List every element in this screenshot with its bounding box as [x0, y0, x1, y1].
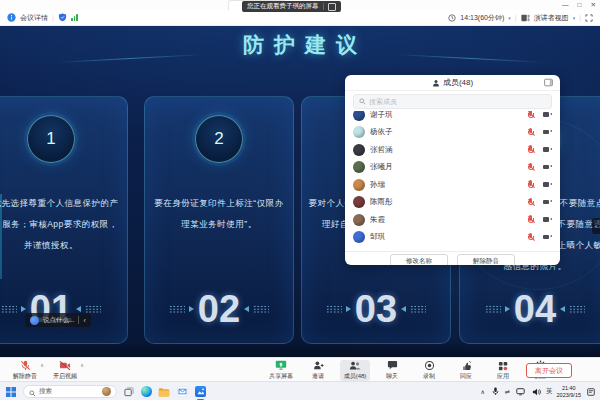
reactions-control[interactable]: 回应: [451, 360, 481, 381]
close-button[interactable]: ✕: [591, 1, 596, 9]
member-name: 张哲涵: [370, 145, 522, 155]
unmute-control[interactable]: 解除静音 ∧: [6, 360, 44, 381]
member-row[interactable]: 陈雨彤: [353, 194, 552, 212]
separator: |: [52, 14, 54, 21]
invite-person-icon: [313, 360, 324, 371]
tray-display-icon[interactable]: [514, 386, 526, 398]
member-name: 陈雨彤: [370, 197, 522, 207]
avatar: [353, 161, 365, 173]
unmute-button[interactable]: 解除静音: [457, 254, 515, 265]
member-row[interactable]: 孙瑞: [353, 176, 552, 194]
network-signal-icon[interactable]: [71, 14, 78, 21]
meeting-timer[interactable]: 14:13(60分钟): [460, 13, 504, 23]
chat-placeholder[interactable]: 说点什么...: [43, 316, 74, 325]
maximize-button[interactable]: □: [578, 1, 582, 9]
tray-mic-icon[interactable]: [489, 386, 501, 398]
mic-muted-icon: [20, 360, 31, 371]
mic-muted-icon[interactable]: [527, 128, 534, 137]
record-control[interactable]: 录制: [414, 360, 444, 381]
member-list[interactable]: 谢子琪 杨依子 张哲涵 张曦月: [345, 111, 560, 251]
system-tray: ∧ ⇄ 英 21:40 2023/9/15: [481, 382, 597, 400]
reaction-hand-icon: [461, 360, 472, 371]
rename-button[interactable]: 修改名称: [390, 254, 448, 265]
camera-off-icon[interactable]: [543, 129, 552, 136]
avatar: [353, 126, 365, 138]
members-icon: [349, 360, 361, 371]
separator: [78, 316, 79, 324]
mic-muted-icon[interactable]: [527, 180, 534, 189]
info-icon[interactable]: [7, 12, 16, 23]
panel-header: 成员(48): [345, 75, 560, 91]
share-screen-control[interactable]: 共享屏幕: [266, 360, 296, 381]
chevron-up-icon[interactable]: ∧: [40, 362, 44, 368]
chat-control[interactable]: 聊天: [377, 360, 407, 381]
window-controls: — □ ✕: [562, 1, 596, 9]
member-row[interactable]: 张哲涵: [353, 141, 552, 159]
chevron-down-icon[interactable]: ▾: [573, 15, 576, 21]
tray-sync-icon[interactable]: ⇄: [505, 388, 510, 395]
camera-off-icon[interactable]: [543, 216, 552, 223]
search-placeholder: 搜索: [39, 387, 99, 396]
member-row[interactable]: 邹琪: [353, 229, 552, 247]
camera-off-icon[interactable]: [543, 181, 552, 188]
minimize-button[interactable]: —: [562, 1, 569, 9]
screen: — □ ✕ 您正在观看费子琪的屏幕 会议详情 | 14:13(60分钟) ▾ |: [0, 0, 600, 400]
meeting-app-icon[interactable]: [194, 386, 206, 398]
record-icon: [424, 360, 435, 371]
members-control[interactable]: 成员(48): [340, 360, 370, 381]
camera-off-icon[interactable]: [543, 234, 552, 241]
leave-meeting-button[interactable]: 离开会议: [526, 363, 572, 378]
fullscreen-icon[interactable]: [585, 12, 593, 23]
input-language-indicator[interactable]: 英: [546, 387, 553, 396]
search-highlight-image[interactable]: [102, 387, 111, 396]
mic-muted-icon[interactable]: [527, 198, 534, 207]
avatar: [353, 179, 365, 191]
slide-title: 防护建议: [0, 31, 600, 59]
camera-off-icon[interactable]: [543, 164, 552, 171]
apps-control[interactable]: 应用: [488, 360, 518, 381]
panel-layout-icon[interactable]: [544, 78, 553, 89]
search-placeholder: 搜索成员: [369, 97, 397, 107]
tray-volume-icon[interactable]: [530, 386, 542, 398]
camera-off-icon[interactable]: [543, 199, 552, 206]
chevron-left-icon[interactable]: ‹: [83, 317, 85, 324]
mail-icon[interactable]: [176, 386, 188, 398]
edge-browser-icon[interactable]: [141, 386, 152, 397]
chat-avatar: [30, 316, 39, 325]
file-explorer-icon[interactable]: [158, 386, 170, 398]
notification-center-icon[interactable]: [585, 386, 597, 398]
member-row[interactable]: 谢子琪: [353, 111, 552, 124]
camera-off-icon[interactable]: [543, 111, 552, 118]
side-panel-handle[interactable]: ‹: [592, 218, 600, 234]
toast-collapse-icon[interactable]: [328, 3, 336, 11]
tray-expand-icon[interactable]: ∧: [481, 388, 485, 395]
card-big-number-row: 03: [302, 290, 450, 328]
meeting-details-label[interactable]: 会议详情: [20, 13, 48, 23]
start-video-control[interactable]: 开启视频 ∧: [46, 360, 84, 381]
apps-grid-icon: [498, 360, 508, 371]
panel-title: 成员(48): [443, 77, 473, 88]
taskbar-search-input[interactable]: 搜索: [23, 385, 117, 398]
view-mode-selector[interactable]: 演讲者视图: [534, 13, 569, 23]
mic-muted-icon[interactable]: [527, 145, 534, 154]
task-view-icon[interactable]: [123, 386, 135, 398]
invite-control[interactable]: 邀请: [303, 360, 333, 381]
mic-muted-icon[interactable]: [527, 233, 534, 242]
watching-screen-toast: 您正在观看费子琪的屏幕: [242, 1, 341, 12]
mic-muted-icon[interactable]: [527, 163, 534, 172]
mic-muted-icon[interactable]: [527, 111, 534, 119]
chevron-down-icon[interactable]: ▾: [508, 15, 511, 21]
chevron-up-icon[interactable]: ∧: [80, 362, 84, 368]
start-button[interactable]: [5, 386, 17, 398]
member-row[interactable]: 杨依子: [353, 124, 552, 142]
camera-off-icon: [59, 360, 71, 371]
camera-off-icon[interactable]: [543, 146, 552, 153]
member-row[interactable]: 朱霞: [353, 211, 552, 229]
search-input[interactable]: 搜索成员: [353, 94, 552, 109]
security-shield-icon[interactable]: [58, 12, 67, 23]
clock[interactable]: 21:40 2023/9/15: [557, 385, 581, 398]
member-row[interactable]: 张曦月: [353, 159, 552, 177]
quick-chat-bubble[interactable]: 说点什么... ‹: [25, 313, 91, 327]
mic-muted-icon[interactable]: [527, 215, 534, 224]
meeting-top-bar: 会议详情 | 14:13(60分钟) ▾ | 演讲者视图 ▾ |: [0, 10, 600, 26]
